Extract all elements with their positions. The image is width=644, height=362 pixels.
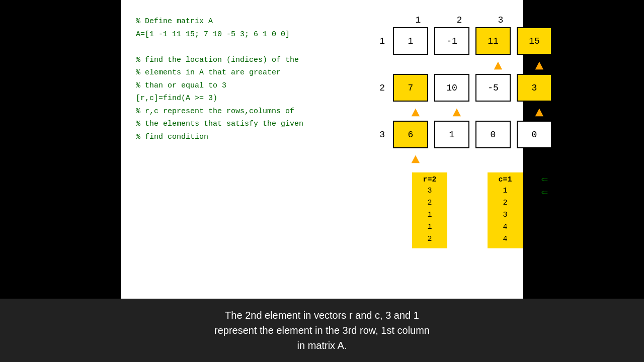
code-line-9: % the elements that satisfy the given [136, 118, 367, 131]
code-line-3 [136, 41, 367, 54]
main-container: % Define matrix A A=[1 -1 11 15; 7 10 -5… [0, 0, 644, 362]
r-val-1: 3 [420, 185, 439, 197]
cell-1-4: 15 [517, 27, 552, 55]
r-val-5: 2 [420, 233, 439, 245]
cell-3-4: 0 [517, 121, 552, 148]
left-panel: % Define matrix A A=[1 -1 11 15; 7 10 -5… [136, 10, 367, 289]
matrix-section: 1 1 -1 11 15 ▲ ▲ ▲ ▲ 2 7 10 [370, 27, 560, 167]
darrow-2: ⇐ [541, 188, 548, 199]
row-label-1: 1 [370, 36, 390, 46]
result-r-header: r=2 [420, 175, 439, 184]
result-c-values: 1 2 3 4 4 [496, 185, 515, 245]
arrow-2-1: ▲ [398, 106, 433, 120]
row-label-3: 3 [370, 130, 390, 140]
col-header-1: 1 [400, 15, 436, 25]
caption-text: The 2nd element in vectors r and c, 3 an… [214, 310, 430, 351]
code-line-8: % r,c represent the rows,columns of [136, 105, 367, 118]
arrow-3-1: ▲ [398, 153, 433, 167]
result-c-header: c=1 [496, 175, 515, 184]
cell-2-1: 7 [393, 74, 428, 102]
cell-3-1: 6 [393, 121, 428, 148]
arrow-2-4: ▲ [522, 106, 557, 120]
col-headers: 1 2 3 4 [397, 15, 562, 25]
cell-1-1: 1 [393, 27, 428, 55]
code-line-6: % than or equal to 3 [136, 79, 367, 93]
c-val-3: 3 [496, 209, 515, 221]
r-val-2: 2 [420, 197, 439, 209]
arrow-1-3: ▲ [480, 59, 516, 73]
matrix-row-1: 1 1 -1 11 15 [370, 27, 560, 55]
cell-3-3: 0 [475, 121, 511, 148]
code-line-2: A=[1 -1 11 15; 7 10 -5 3; 6 1 0 0] [136, 28, 367, 41]
cell-2-2: 10 [434, 74, 469, 102]
caption-bar: The 2nd element in vectors r and c, 3 an… [0, 299, 644, 362]
right-panel: 1 2 3 4 1 1 -1 11 15 ▲ ▲ ▲ [367, 10, 562, 289]
matrix-row-2: 2 7 10 -5 3 [370, 74, 560, 102]
code-line-7: [r,c]=find(A >= 3) [136, 92, 367, 105]
r-val-4: 1 [420, 221, 439, 233]
c-val-1: 1 [496, 185, 515, 197]
c-val-4: 4 [496, 221, 515, 233]
cell-3-2: 1 [434, 121, 469, 148]
c-val-2: 2 [496, 197, 515, 209]
arrow-row-3: ▲ ▲ ▲ ▲ [395, 152, 560, 167]
cell-1-2: -1 [434, 27, 469, 55]
col-header-2: 2 [442, 15, 477, 25]
cell-2-4: 3 [517, 74, 552, 102]
result-section: r=2 3 2 1 1 2 c=1 1 2 3 4 [412, 172, 523, 248]
double-arrows: ⇐ ⇐ [541, 174, 548, 199]
content-area: % Define matrix A A=[1 -1 11 15; 7 10 -5… [121, 0, 523, 299]
result-r-box: r=2 3 2 1 1 2 [412, 172, 447, 248]
code-line-10: % find condition [136, 131, 367, 144]
arrow-row-2: ▲ ▲ ▲ ▲ [395, 106, 560, 121]
col-header-3: 3 [483, 15, 518, 25]
arrow-2-2: ▲ [439, 106, 474, 120]
cell-2-3: -5 [475, 74, 511, 102]
darrow-1: ⇐ [541, 174, 548, 186]
r-val-3: 1 [420, 209, 439, 221]
col-header-4: 4 [524, 15, 559, 25]
c-val-5: 4 [496, 233, 515, 245]
code-line-5: % elements in A that are greater [136, 66, 367, 79]
result-r-values: 3 2 1 1 2 [420, 185, 439, 245]
code-line-4: % find the location (indices) of the [136, 54, 367, 67]
matrix-row-3: 3 6 1 0 0 [370, 121, 560, 148]
cell-1-3: 11 [475, 27, 511, 55]
row-label-2: 2 [370, 83, 390, 93]
code-line-1: % Define matrix A [136, 15, 367, 28]
result-c-box: c=1 1 2 3 4 4 ⇐ ⇐ [488, 172, 523, 248]
arrow-row-1: ▲ ▲ ▲ ▲ [395, 59, 560, 74]
arrow-1-4: ▲ [522, 59, 557, 73]
